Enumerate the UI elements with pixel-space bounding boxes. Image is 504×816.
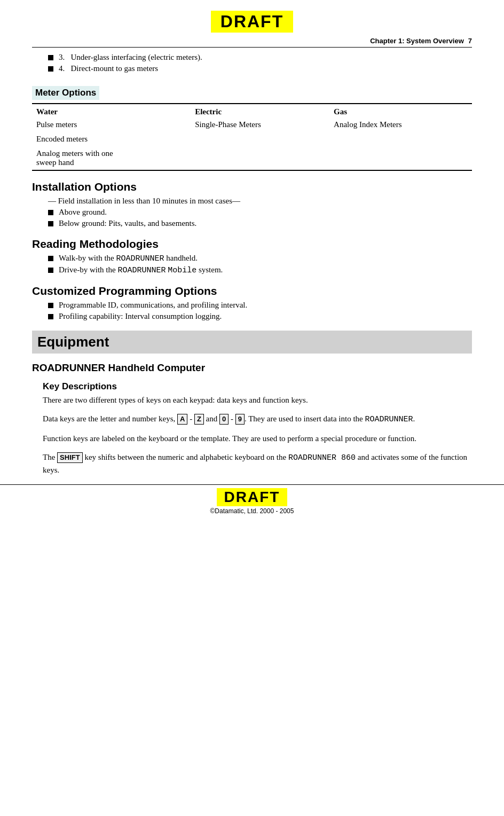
list-item: Walk-by with the ROADRUNNER handheld. xyxy=(48,254,472,263)
draft-footer-label: DRAFT xyxy=(217,488,288,506)
installation-dash: — Field installation in less than 10 min… xyxy=(32,197,472,206)
meter-options-heading: Meter Options xyxy=(32,79,472,103)
reading-bullet-list: Walk-by with the ROADRUNNER handheld. Dr… xyxy=(32,254,472,275)
para2-end: . xyxy=(413,414,415,423)
table-cell: Analog Index Meters xyxy=(329,117,472,132)
bullet-icon xyxy=(48,55,53,60)
intro-bullet-list: 3. Under-glass interfacing (electric met… xyxy=(32,53,472,73)
list-item: Programmable ID, communications, and pro… xyxy=(48,301,472,310)
page-number: 7 xyxy=(468,37,472,45)
installation-bullet-list: Above ground. Below ground: Pits, vaults… xyxy=(32,208,472,228)
bullet-icon xyxy=(48,268,53,273)
table-cell: Pulse meters xyxy=(32,117,191,132)
key-0: 0 xyxy=(219,414,229,425)
list-item-text: Walk-by with the ROADRUNNER handheld. xyxy=(59,254,198,263)
key-desc-heading: Key Descriptions xyxy=(32,381,472,392)
brand-roadrunner: ROADRUNNER xyxy=(117,266,166,275)
page-footer: DRAFT ©Datamatic, Ltd. 2000 - 2005 xyxy=(0,484,504,515)
installation-heading: Installation Options xyxy=(32,181,472,193)
list-item: 4. Direct-mount to gas meters xyxy=(48,64,472,73)
table-cell xyxy=(329,132,472,146)
equipment-bar: Equipment xyxy=(32,331,472,354)
bullet-icon xyxy=(48,314,53,319)
para2-dash1: - xyxy=(187,414,194,423)
reading-heading: Reading Methodologies xyxy=(32,238,472,250)
bullet-icon xyxy=(48,221,53,226)
meter-options-table: Water Electric Gas Pulse meters Single-P… xyxy=(32,103,472,171)
table-cell xyxy=(329,146,472,170)
list-item: 3. Under-glass interfacing (electric met… xyxy=(48,53,472,62)
key-shift: SHIFT xyxy=(57,452,83,463)
para4-post: key shifts between the numeric and alpha… xyxy=(83,453,288,461)
table-cell: Encoded meters xyxy=(32,132,191,146)
bullet-icon xyxy=(48,303,53,308)
table-cell: Single-Phase Meters xyxy=(191,117,329,132)
roadrunner-heading: ROADRUNNER Handheld Computer xyxy=(32,362,472,374)
key-desc-para2: Data keys are the letter and number keys… xyxy=(32,413,472,426)
list-item-text: 3. Under-glass interfacing (electric met… xyxy=(59,53,202,62)
brand-mobile: Mobile xyxy=(168,266,196,275)
bullet-icon xyxy=(48,210,53,215)
table-row: Water Electric Gas xyxy=(32,104,472,117)
chapter-text: Chapter 1: System Overview xyxy=(370,37,464,45)
brand-roadrunner: ROADRUNNER xyxy=(116,254,164,263)
bullet-icon xyxy=(48,256,53,261)
key-desc-para1: There are two different types of keys on… xyxy=(32,394,472,406)
item-num: 4. xyxy=(59,64,71,73)
item-num: 3. xyxy=(59,53,71,61)
brand-roadrunner-860: ROADRUNNER 860 xyxy=(288,453,356,462)
list-item: Profiling capability: Interval consumpti… xyxy=(48,312,472,321)
key-desc-para4: The SHIFT key shifts between the numeric… xyxy=(32,451,472,477)
key-z: Z xyxy=(194,414,204,425)
table-cell: Analog meters with onesweep hand xyxy=(32,146,191,170)
list-item: Drive-by with the ROADRUNNER Mobile syst… xyxy=(48,265,472,275)
list-item-text: Below ground: Pits, vaults, and basement… xyxy=(59,219,196,228)
equipment-label: Equipment xyxy=(37,334,109,350)
table-row: Pulse meters Single-Phase Meters Analog … xyxy=(32,117,472,132)
list-item-text: Drive-by with the ROADRUNNER Mobile syst… xyxy=(59,265,223,275)
chapter-line: Chapter 1: System Overview 7 xyxy=(32,37,472,48)
para4-pre: The xyxy=(43,453,57,461)
para2-dash2: - xyxy=(229,414,235,423)
list-item: Below ground: Pits, vaults, and basement… xyxy=(48,219,472,228)
brand-roadrunner: ROADRUNNER xyxy=(365,415,413,424)
table-header-electric: Electric xyxy=(191,104,329,117)
customized-heading: Customized Programming Options xyxy=(32,285,472,297)
para2-pre: Data keys are the letter and number keys… xyxy=(43,414,177,423)
meter-options-label: Meter Options xyxy=(32,86,99,100)
table-header-water: Water xyxy=(32,104,191,117)
para2-and: and xyxy=(204,414,219,423)
draft-header-label: DRAFT xyxy=(211,11,293,33)
page-header: DRAFT xyxy=(32,11,472,33)
footer-copyright: ©Datamatic, Ltd. 2000 - 2005 xyxy=(0,507,504,515)
list-item-text: Profiling capability: Interval consumpti… xyxy=(59,312,222,321)
list-item-text: Programmable ID, communications, and pro… xyxy=(59,301,247,310)
table-cell xyxy=(191,132,329,146)
table-cell xyxy=(191,146,329,170)
table-header-gas: Gas xyxy=(329,104,472,117)
customized-bullet-list: Programmable ID, communications, and pro… xyxy=(32,301,472,321)
list-item: Above ground. xyxy=(48,208,472,217)
key-9: 9 xyxy=(235,414,245,425)
key-desc-para3: Function keys are labeled on the keyboar… xyxy=(32,433,472,445)
bullet-icon xyxy=(48,66,53,72)
list-item-text: 4. Direct-mount to gas meters xyxy=(59,64,158,73)
para2-post: . They are used to insert data into the xyxy=(245,414,365,423)
table-row: Encoded meters xyxy=(32,132,472,146)
key-a: A xyxy=(177,414,187,425)
table-row: Analog meters with onesweep hand xyxy=(32,146,472,170)
list-item-text: Above ground. xyxy=(59,208,107,217)
